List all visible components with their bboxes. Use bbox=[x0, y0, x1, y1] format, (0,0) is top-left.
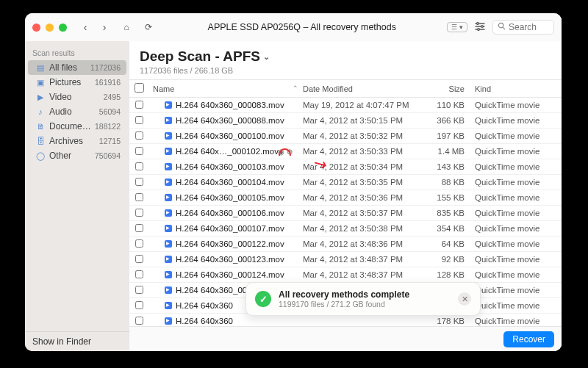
file-kind: QuickTime movie bbox=[470, 101, 562, 109]
row-checkbox[interactable] bbox=[135, 116, 143, 124]
file-kind: QuickTime movie bbox=[470, 131, 562, 140]
nav-forward[interactable]: › bbox=[96, 21, 112, 33]
file-date: Mar 4, 2012 at 3:48:37 PM bbox=[303, 270, 423, 279]
table-row[interactable]: H.264 640x360_000106.movMar 4, 2012 at 3… bbox=[129, 206, 562, 221]
row-checkbox[interactable] bbox=[135, 317, 143, 325]
svg-point-3 bbox=[477, 22, 479, 24]
row-checkbox[interactable] bbox=[135, 147, 143, 155]
table-row[interactable]: H.264 640x360_000100.movMar 4, 2012 at 3… bbox=[129, 129, 562, 144]
window-title: APPLE SSD AP0256Q – All recovery methods bbox=[162, 22, 441, 32]
sidebar-item-label: Video bbox=[49, 92, 100, 102]
sidebar-heading: Scan results bbox=[25, 44, 129, 60]
row-checkbox[interactable] bbox=[135, 162, 143, 170]
title-dropdown-icon[interactable]: ⌄ bbox=[263, 52, 270, 62]
search-field[interactable] bbox=[492, 20, 554, 35]
table-row[interactable]: H.264 640x360_000123.movMar 4, 2012 at 3… bbox=[129, 252, 562, 267]
video-file-icon bbox=[165, 271, 172, 278]
toast-close-icon[interactable]: ✕ bbox=[458, 292, 471, 306]
page-title-text: Deep Scan - APFS bbox=[140, 48, 260, 65]
home-icon[interactable]: ⌂ bbox=[118, 22, 135, 32]
minimize-window[interactable] bbox=[46, 24, 54, 32]
sidebar: Scan results ▤All files1172036▣Pictures1… bbox=[25, 41, 129, 351]
row-checkbox[interactable] bbox=[135, 255, 143, 263]
sidebar-item-label: All files bbox=[49, 62, 87, 73]
col-size[interactable]: Size bbox=[423, 84, 470, 93]
table-row[interactable]: H.264 640x360_000124.movMar 4, 2012 at 3… bbox=[129, 267, 562, 283]
file-kind: QuickTime movie bbox=[470, 178, 562, 187]
col-name[interactable]: Name bbox=[153, 84, 174, 93]
svg-point-5 bbox=[478, 28, 480, 30]
sidebar-item-audio[interactable]: ♪Audio56094 bbox=[28, 104, 126, 119]
sidebar-item-video[interactable]: ▶Video2495 bbox=[28, 90, 126, 104]
file-kind: QuickTime movie bbox=[470, 270, 562, 279]
sidebar-item-label: Archives bbox=[49, 136, 96, 146]
recover-button[interactable]: Recover bbox=[503, 331, 554, 347]
sidebar-item-label: Audio bbox=[49, 107, 96, 117]
video-file-icon bbox=[165, 117, 172, 124]
history-icon[interactable]: ⟳ bbox=[140, 22, 157, 32]
col-kind[interactable]: Kind bbox=[470, 84, 562, 93]
sidebar-item-all-files[interactable]: ▤All files1172036 bbox=[28, 60, 126, 75]
sidebar-item-count: 2495 bbox=[104, 93, 121, 101]
file-name: H.264 640x360_000104.mov bbox=[176, 178, 284, 187]
file-size: 178 KB bbox=[423, 317, 470, 325]
play-icon[interactable]: ⊕ bbox=[287, 148, 293, 156]
sidebar-item-archives[interactable]: 🗄Archives12715 bbox=[28, 134, 126, 148]
file-size: 1.4 MB bbox=[423, 147, 470, 156]
row-checkbox[interactable] bbox=[135, 193, 143, 201]
preview-icon[interactable]: ◉ bbox=[278, 148, 284, 156]
filter-icon[interactable] bbox=[475, 22, 485, 33]
row-checkbox[interactable] bbox=[135, 270, 143, 278]
file-size: 143 KB bbox=[423, 162, 470, 171]
table-row[interactable]: H.264 640x360_000103.movMar 4, 2012 at 3… bbox=[129, 159, 562, 175]
sidebar-item-documents[interactable]: 🗎Documents188122 bbox=[28, 119, 126, 134]
sidebar-item-icon: ▤ bbox=[35, 63, 46, 73]
sidebar-item-pictures[interactable]: ▣Pictures161916 bbox=[28, 75, 126, 90]
row-checkbox[interactable] bbox=[135, 239, 143, 248]
show-in-finder[interactable]: Show in Finder bbox=[25, 331, 129, 351]
file-kind: QuickTime movie bbox=[470, 116, 562, 125]
toast-detail: 1199170 files / 271.2 GB found bbox=[279, 300, 451, 309]
file-name: H.264 640x360_000124.mov bbox=[176, 270, 284, 279]
video-file-icon bbox=[165, 302, 172, 309]
table-row[interactable]: H.264 640x…_000102.mov◉⊕Mar 4, 2012 at 3… bbox=[129, 144, 562, 159]
zoom-window[interactable] bbox=[59, 24, 67, 32]
file-kind: QuickTime movie bbox=[470, 286, 562, 295]
file-name: H.264 640x360_000100.mov bbox=[176, 131, 284, 140]
col-date[interactable]: Date Modified bbox=[303, 84, 423, 93]
file-name: H.264 640x360_000103.mov bbox=[176, 162, 284, 171]
table-row[interactable]: H.264 640x360_000107.movMar 4, 2012 at 3… bbox=[129, 221, 562, 237]
row-checkbox[interactable] bbox=[135, 131, 143, 140]
nav-back[interactable]: ‹ bbox=[77, 21, 93, 33]
file-name: H.264 640x360 bbox=[176, 301, 233, 310]
sidebar-item-icon: 🗎 bbox=[35, 122, 46, 131]
search-input[interactable] bbox=[509, 22, 549, 32]
search-icon bbox=[498, 22, 506, 32]
row-checkbox[interactable] bbox=[135, 209, 143, 217]
close-window[interactable] bbox=[32, 24, 40, 32]
file-date: Mar 4, 2012 at 3:50:38 PM bbox=[303, 224, 423, 233]
video-file-icon bbox=[165, 178, 172, 186]
sidebar-item-count: 56094 bbox=[99, 107, 121, 116]
checkmark-icon: ✓ bbox=[255, 291, 271, 307]
select-all-checkbox[interactable] bbox=[135, 83, 144, 93]
sidebar-item-other[interactable]: ◯Other750694 bbox=[28, 148, 126, 163]
row-checkbox[interactable] bbox=[135, 178, 143, 186]
table-row[interactable]: H.264 640x360_000088.movMar 4, 2012 at 3… bbox=[129, 113, 562, 129]
table-row[interactable]: H.264 640x360_000105.movMar 4, 2012 at 3… bbox=[129, 190, 562, 206]
file-date: Mar 4, 2012 at 3:48:37 PM bbox=[303, 255, 423, 264]
file-size: 835 KB bbox=[423, 209, 470, 217]
table-row[interactable]: H.264 640x360_000104.movMar 4, 2012 at 3… bbox=[129, 175, 562, 190]
table-row[interactable]: H.264 640x360_000083.movMay 19, 2012 at … bbox=[129, 98, 562, 113]
table-row[interactable]: H.264 640x360_000122.movMar 4, 2012 at 3… bbox=[129, 237, 562, 252]
row-checkbox[interactable] bbox=[135, 101, 143, 109]
file-kind: QuickTime movie bbox=[470, 162, 562, 171]
row-checkbox[interactable] bbox=[135, 286, 143, 294]
view-mode-icon[interactable]: ☰ ▾ bbox=[447, 22, 467, 32]
toolbar: ‹ › ⌂ ⟳ APPLE SSD AP0256Q – All recovery… bbox=[25, 13, 562, 41]
file-size: 197 KB bbox=[423, 131, 470, 140]
page-title[interactable]: Deep Scan - APFS ⌄ bbox=[140, 48, 551, 65]
row-checkbox[interactable] bbox=[135, 301, 143, 309]
row-checkbox[interactable] bbox=[135, 224, 143, 232]
file-name: H.264 640x360_000107.mov bbox=[176, 224, 284, 233]
